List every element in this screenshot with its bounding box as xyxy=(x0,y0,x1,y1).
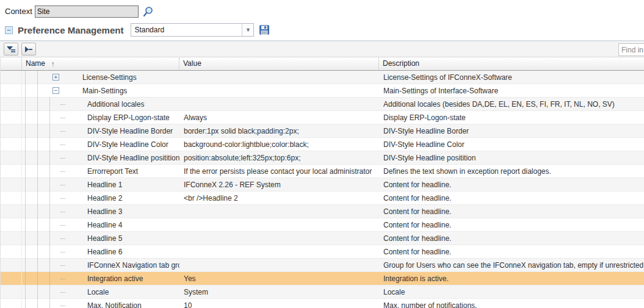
row-name-label: DIV-Style Headline Color xyxy=(87,140,168,149)
search-button[interactable] xyxy=(142,5,154,18)
tree-guide-line xyxy=(49,272,50,285)
column-header-description-label: Description xyxy=(383,59,419,68)
tree-guide-line xyxy=(25,165,26,177)
row-value-label xyxy=(179,245,379,258)
row-expander-cell xyxy=(1,124,22,137)
row-expander-cell xyxy=(1,299,22,308)
row-expander-cell xyxy=(1,192,22,204)
row-name-label: DIV-Style Headline Border xyxy=(87,127,173,135)
tree-guide-line xyxy=(49,151,50,164)
tree-elbow-line xyxy=(60,306,65,306)
table-row[interactable]: Headline 6Content for headline. xyxy=(1,245,644,259)
row-name-cell: DIV-Style Headline Color xyxy=(22,138,179,151)
row-name-cell: Headline 1 xyxy=(22,178,179,191)
save-button[interactable] xyxy=(259,24,271,36)
tree-guide-line xyxy=(25,111,26,124)
column-header-name[interactable]: Name↑ xyxy=(22,57,179,70)
table-row[interactable]: DIV-Style Headline Colorbackground-color… xyxy=(1,138,644,151)
table-row[interactable]: DIV-Style Headline posititionposition:ab… xyxy=(1,151,644,165)
row-name-cell: Display ERP-Logon-state xyxy=(22,111,179,124)
table-row[interactable]: Headline 5Content for headline. xyxy=(1,232,644,245)
table-row[interactable]: Display ERP-Logon-stateAlwaysDisplay ERP… xyxy=(1,111,644,124)
column-header-expander[interactable] xyxy=(1,57,22,70)
table-row[interactable]: Integration activeYesIntegration is acti… xyxy=(1,272,644,285)
row-name-cell: Errorreport Text xyxy=(22,165,179,177)
tree-guide-line xyxy=(49,299,50,308)
tree-guide-line xyxy=(25,205,26,218)
row-name-cell: Headline 5 xyxy=(22,232,179,245)
column-header-description[interactable]: Description xyxy=(379,57,644,70)
tree-elbow-line xyxy=(60,198,65,199)
tree-elbow-line xyxy=(60,131,65,132)
tree-guide-line xyxy=(37,259,38,271)
table-row[interactable]: DIV-Style Headline Borderborder:1px soli… xyxy=(1,124,644,138)
preset-combobox[interactable]: Standard ▼ xyxy=(131,23,254,37)
tree-guide-line xyxy=(49,205,50,218)
table-row[interactable]: +License-SettingsLicense-Settings of IFC… xyxy=(1,71,644,84)
tree-elbow-line xyxy=(60,265,65,266)
collapse-all-button[interactable] xyxy=(21,43,36,56)
panel-header: − Preference Management Standard ▼ xyxy=(0,23,644,41)
row-description-label: Content for headline. xyxy=(379,218,644,231)
panel-collapse-icon[interactable]: − xyxy=(5,26,13,34)
table-row[interactable]: Headline 4Content for headline. xyxy=(1,218,644,232)
tree-guide-line xyxy=(25,71,26,84)
table-row[interactable]: Max. Notification10Max. number of notifi… xyxy=(1,299,644,308)
row-expander-cell xyxy=(1,218,22,231)
row-description-label: Locale xyxy=(379,285,644,298)
tree-guide-line xyxy=(37,84,38,97)
row-value-label: border:1px solid black;padding:2px; xyxy=(179,124,379,137)
row-name-label: Max. Notification xyxy=(87,301,142,308)
tree-guide-line xyxy=(49,98,50,110)
tree-elbow-line xyxy=(60,292,65,293)
page-title: Preference Management xyxy=(18,25,123,35)
table-row[interactable]: Headline 2<br />Headline 2Content for he… xyxy=(1,192,644,205)
row-name-label: Integration active xyxy=(87,274,143,283)
table-row[interactable]: Headline 3Content for headline. xyxy=(1,205,644,218)
tree-guide-line xyxy=(25,151,26,164)
table-row[interactable]: Errorreport TextIf the error persists pl… xyxy=(1,165,644,178)
row-name-cell: DIV-Style Headline positition xyxy=(22,151,179,164)
tree-guide-line xyxy=(49,245,50,258)
tree-guide-line xyxy=(25,245,26,258)
table-row[interactable]: IFConneX Navigation tab groupGroup for U… xyxy=(1,259,644,272)
expand-plus-icon[interactable]: + xyxy=(52,74,59,81)
row-value-label: If the error persists please contact you… xyxy=(179,165,379,177)
tree-guide-line xyxy=(37,232,38,245)
row-name-cell: Locale xyxy=(22,285,179,298)
tree-elbow-line xyxy=(60,212,65,212)
tree-guide-line xyxy=(25,232,26,245)
tree-guide-line xyxy=(37,285,38,298)
tree-guide-line xyxy=(49,285,50,298)
context-input[interactable] xyxy=(35,5,139,18)
column-header-name-label: Name xyxy=(26,59,45,68)
tree-guide-line xyxy=(37,98,38,110)
row-name-cell: Headline 6 xyxy=(22,245,179,258)
row-value-label: Yes xyxy=(179,272,379,285)
tree-guide-line xyxy=(25,138,26,151)
grid-body: +License-SettingsLicense-Settings of IFC… xyxy=(1,71,644,308)
find-input[interactable] xyxy=(618,43,644,56)
collapse-minus-icon[interactable]: − xyxy=(52,87,59,94)
table-row[interactable]: Headline 1IFConneX 2.26 - REF SystemCont… xyxy=(1,178,644,192)
row-expander-cell xyxy=(1,71,22,84)
chevron-down-icon[interactable]: ▼ xyxy=(242,24,253,36)
table-row[interactable]: −Main-SettingsMain-Settings of Interface… xyxy=(1,84,644,98)
table-row[interactable]: LocaleSystemLocale xyxy=(1,285,644,299)
grid-toolbar xyxy=(0,41,644,57)
row-name-label: Main-Settings xyxy=(82,87,127,95)
table-row[interactable]: Additional localesAdditional locales (be… xyxy=(1,98,644,111)
row-value-label xyxy=(179,259,379,271)
tree-guide-line xyxy=(37,272,38,285)
collapse-all-icon xyxy=(24,46,34,53)
filter-menu-button[interactable] xyxy=(4,43,18,56)
row-name-label: Locale xyxy=(87,288,109,296)
tree-guide-line xyxy=(37,218,38,231)
tree-guide-line xyxy=(49,192,50,204)
tree-guide-line xyxy=(37,71,38,84)
column-header-value[interactable]: Value xyxy=(179,57,379,70)
preferences-grid: Name↑ Value Description +License-Setting… xyxy=(0,57,644,308)
row-expander-cell xyxy=(1,98,22,110)
row-name-cell: Integration active xyxy=(22,272,179,285)
row-name-cell: +License-Settings xyxy=(22,71,179,84)
